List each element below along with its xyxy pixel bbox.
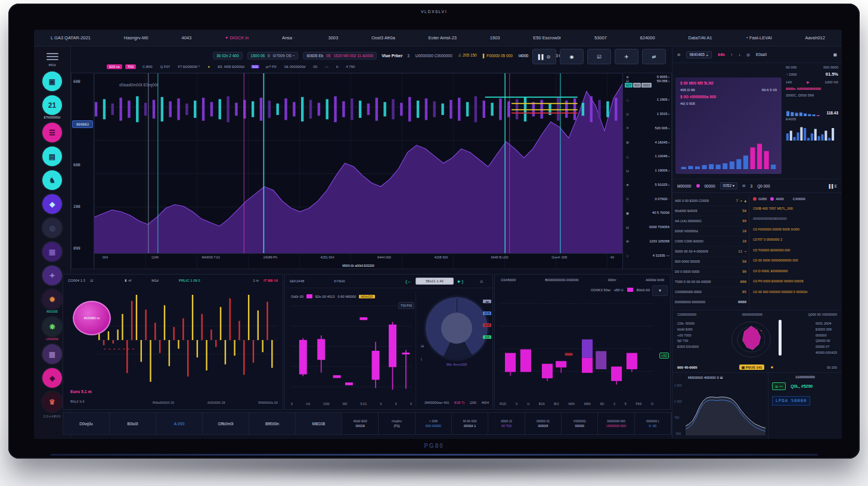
sidebar-app-icon[interactable]: ♞: [42, 170, 62, 190]
indicator-item[interactable]: C.B00: [141, 65, 154, 68]
price-row[interactable]: ⊙1 3015 ‹: [625, 112, 669, 116]
volume-badge[interactable]: #16680 m: [73, 301, 111, 335]
bottom-tab[interactable]: D0vq0u: [63, 413, 110, 434]
sidebar-app-icon[interactable]: ✹: [42, 289, 62, 309]
sidebar-app-icon[interactable]: ▩: [42, 344, 62, 364]
sidebar-app-icon[interactable]: 21: [42, 95, 62, 115]
plus-badge[interactable]: ▣ P0US 141: [739, 364, 765, 370]
indicator-item[interactable]: 00: [312, 65, 318, 68]
log-row[interactable]: C0 P0 0000 E00000 00000 00009: [753, 276, 838, 287]
menu-item[interactable]: Oost3 Afr0a: [371, 35, 395, 40]
table-row[interactable]: T000 0 00 00 00-00009 000: [675, 277, 746, 287]
menu-item[interactable]: L GA3 QATAR-2021: [51, 35, 91, 40]
back-arrow[interactable]: (←: [405, 279, 412, 284]
donut-gauge[interactable]: [426, 297, 488, 359]
portfolio-card[interactable]: $ 00 M00 M5 5LN0 405 D-99 69-6 5 09 $ 0G…: [675, 77, 782, 174]
table-row[interactable]: C00000000-0000 05: [675, 287, 746, 297]
indicator-item[interactable]: E5. M05 E0000d: [216, 65, 246, 68]
chart-plot[interactable]: d0sad0m00t E0rq00r 0041249MAR09 7:012408…: [94, 73, 622, 269]
bars-head-label[interactable]: C0A5000: [501, 278, 516, 282]
price-row[interactable]: ⊡1 19006 ›: [625, 169, 669, 173]
table-row[interactable]: C000 C000 E0000 10: [675, 236, 746, 247]
floating-tool-box[interactable]: T00 P00: [398, 302, 414, 309]
menu-item[interactable]: Data7/At A1: [688, 35, 712, 40]
log-row[interactable]: C0 00 000 000000 000000 5 00000d: [753, 286, 838, 297]
price-row[interactable]: ⊟59 058 ›: [625, 79, 669, 83]
toolbar-item[interactable]: U0000000 C0000000: [416, 54, 452, 58]
highlighted-price-row[interactable]: 027 601 0021: [625, 83, 669, 88]
price-row[interactable]: ▣40 5 70006: [625, 211, 669, 215]
columns-icon[interactable]: ▌▌E: [829, 184, 837, 188]
price-row[interactable]: ⊞4 16045 ›: [625, 140, 669, 144]
menu-item[interactable]: Hasngrv-M0: [124, 35, 148, 40]
table-row[interactable]: D000 V00000d 10: [675, 226, 746, 236]
sidebar-app-icon[interactable]: ▤: [42, 147, 62, 166]
arrow-down-icon[interactable]: ↓: [739, 52, 740, 57]
grid-toggle-icon[interactable]: ⊡: [90, 278, 93, 282]
blue-code-box[interactable]: LPDA 50000: [772, 396, 810, 406]
filter-chip[interactable]: T00: [125, 64, 136, 69]
price-area-chart[interactable]: [94, 73, 622, 253]
log-chip[interactable]: CX0000: [788, 197, 805, 201]
menu-item[interactable]: ◔ Fast-LEVAI: [745, 35, 771, 40]
price-pill-2[interactable]: 1500 06 0 0/7009 OS ~: [247, 52, 299, 60]
chart-action-button[interactable]: ▌▌ ⊙: [532, 49, 556, 64]
log-row[interactable]: C0 D 0000, E00000000: [753, 266, 838, 276]
stat-cell[interactable]: > 009 000 00000: [416, 413, 452, 434]
bars-head-label[interactable]: A000d 0r00: [646, 278, 664, 282]
forward-arrow[interactable]: ●·): [457, 279, 463, 284]
indicator-item[interactable]: 500: [251, 65, 259, 68]
price-pill-1[interactable]: 36 02x 2 400: [213, 52, 243, 60]
chart-action-button[interactable]: ✈: [615, 49, 638, 64]
table-row[interactable]: AA (1A) 000000C 99: [675, 216, 746, 226]
menu-item[interactable]: Eoter Amst-23: [428, 35, 457, 40]
search-icon[interactable]: ⊙: [677, 52, 680, 57]
filter-chip[interactable]: 020 vs: [107, 64, 122, 69]
toolbar-item[interactable]: I4000: [519, 54, 528, 58]
menu-item[interactable]: 624000: [640, 35, 655, 40]
stat-cell[interactable]: 000000 ( 0- 00: [635, 413, 671, 434]
indicator-item[interactable]: 0& 0000000d: [283, 65, 307, 68]
chart-action-button[interactable]: ☑: [587, 49, 611, 64]
log-chip[interactable]: A000: [770, 197, 784, 201]
vp-head-left[interactable]: CO004 1 ≡: [68, 279, 85, 282]
refresh-icon[interactable]: ⊙: [742, 183, 745, 188]
stat-cell[interactable]: 40d0 E00 00019: [342, 413, 379, 434]
sidebar-app-icon[interactable]: ♛: [42, 392, 62, 412]
table-row[interactable]: 50d000 E0005 50: [675, 206, 746, 216]
bottom-tab[interactable]: M8G08: [296, 413, 342, 434]
sidebar-app-icon[interactable]: ☰: [42, 123, 62, 142]
sidebar-app-icon[interactable]: ◍: [42, 218, 62, 238]
stat-cell[interactable]: 0000000 M0 U000000 000: [598, 413, 634, 434]
sidebar-app-icon[interactable]: ◈: [42, 368, 62, 388]
sidebar-app-icon[interactable]: ❋: [42, 317, 62, 337]
indicator-item[interactable]: —: [324, 65, 330, 68]
sidebar-app-icon[interactable]: ✦: [42, 266, 62, 285]
log-chip[interactable]: G050: [753, 197, 767, 201]
chart-action-button[interactable]: ⇄: [642, 49, 666, 64]
indicator-item[interactable]: pr? P0: [265, 65, 278, 68]
indicator-item[interactable]: Q F07: [159, 65, 172, 68]
table-select[interactable]: 0052 ▾: [720, 182, 738, 189]
toolbar-item[interactable]: ⚠ 205 150: [458, 53, 477, 58]
toolbar-item[interactable]: 3: [407, 54, 410, 58]
bottom-tab[interactable]: A.V00: [156, 413, 203, 434]
menu-item[interactable]: Aavsh012: [805, 35, 825, 40]
menu-item[interactable]: 1503: [490, 35, 500, 40]
bars-dropdown[interactable]: ▾: [652, 285, 668, 296]
price-row[interactable]: ◈5 9055 ›: [625, 74, 669, 79]
price-row[interactable]: ✕520 006 ›: [625, 126, 669, 130]
log-row[interactable]: 000000000000E00000: [753, 214, 838, 225]
log-row[interactable]: C00B 400 7057 M57L_000: [753, 203, 838, 214]
menu-item[interactable]: E50 Escrow0r: [533, 35, 561, 40]
bottom-tab[interactable]: Bflf0i0in: [249, 413, 296, 434]
page-value-input[interactable]: [416, 278, 454, 285]
account-box[interactable]: 9840465 ⊥: [686, 51, 712, 58]
indicator-item[interactable]: F7 E000000 ^: [176, 65, 201, 68]
table-row[interactable]: A00 0 00 E000 C0009 7 + ▲: [675, 196, 746, 206]
stat-cell[interactable]: M 00 000 0000A 1: [452, 413, 488, 434]
price-row[interactable]: △1 10046 ›: [625, 154, 669, 158]
chart-action-button[interactable]: ◉: [560, 49, 584, 64]
bottom-tab[interactable]: B0lu0i: [110, 413, 156, 434]
grid-icon[interactable]: ▦: [833, 52, 837, 57]
